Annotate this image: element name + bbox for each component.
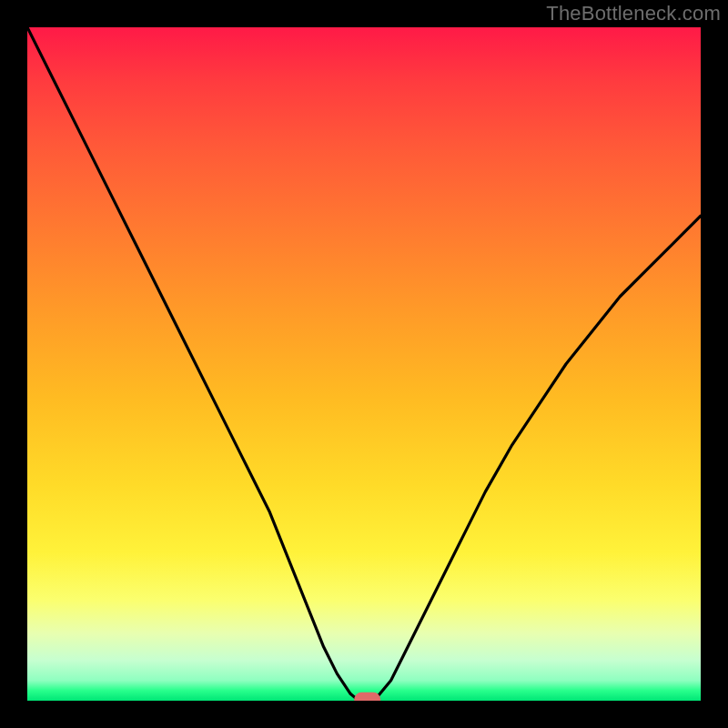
curve-svg	[27, 27, 701, 701]
watermark-text: TheBottleneck.com	[546, 2, 721, 25]
chart-frame: TheBottleneck.com	[0, 0, 728, 728]
bottleneck-curve	[27, 27, 701, 701]
min-marker	[354, 692, 381, 701]
plot-area	[27, 27, 701, 701]
